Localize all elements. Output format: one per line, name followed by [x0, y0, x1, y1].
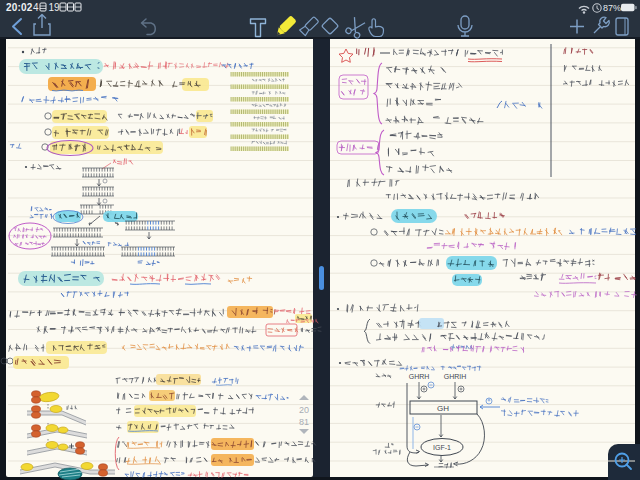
- svg-text:GH: GH: [437, 404, 449, 413]
- svg-text:IGF-1: IGF-1: [433, 444, 451, 451]
- svg-text:20: 20: [299, 405, 309, 415]
- svg-text:81: 81: [299, 417, 309, 427]
- svg-text:4: 4: [33, 2, 39, 13]
- svg-text:19: 19: [49, 2, 61, 13]
- svg-text:87%: 87%: [603, 3, 621, 13]
- svg-text:GHRH: GHRH: [409, 373, 430, 380]
- svg-text:GHRIH: GHRIH: [444, 373, 467, 380]
